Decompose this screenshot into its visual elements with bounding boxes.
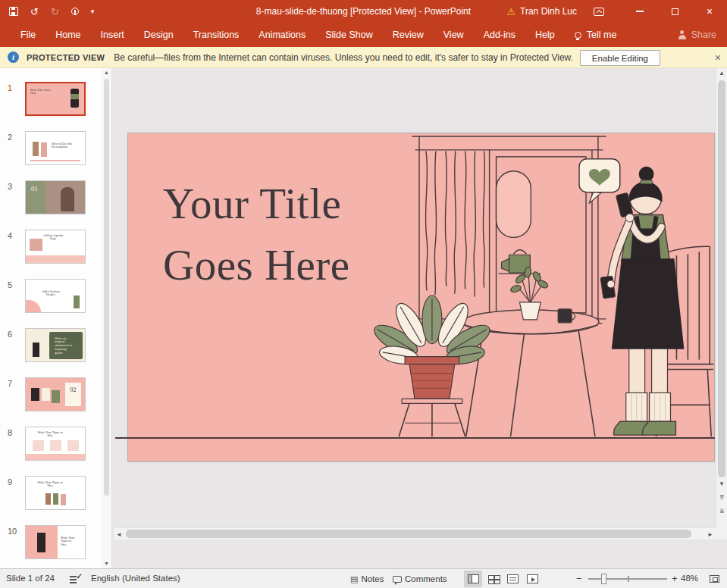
- info-icon: [8, 52, 19, 63]
- zoom-slider-thumb[interactable]: [601, 574, 606, 584]
- horizontal-scrollbar[interactable]: ◄ ►: [114, 527, 716, 540]
- thumb-caption: Write Your Topic or Idea: [61, 536, 77, 546]
- tab-transitions[interactable]: Transitions: [183, 23, 249, 47]
- thumb-caption: 01: [31, 185, 46, 192]
- tab-view[interactable]: View: [434, 23, 474, 47]
- tell-me-box[interactable]: Tell me: [565, 30, 627, 40]
- person-icon: [678, 30, 687, 39]
- powerpoint-window: ↺ ↻ ▾ 8-mau-slide-de-thuong [Protected V…: [0, 0, 727, 588]
- slide-number-4: 4: [8, 231, 12, 240]
- titlebar-right: ⚠ Tran Dinh Luc ×: [506, 0, 727, 23]
- scroll-down-icon[interactable]: ▼: [716, 480, 727, 487]
- scrollbar-thumb[interactable]: [104, 79, 109, 496]
- slide-show-icon: [527, 574, 538, 583]
- protected-view-bar: PROTECTED VIEW Be careful—files from the…: [0, 47, 727, 68]
- scroll-left-icon[interactable]: ◄: [116, 531, 122, 538]
- share-button[interactable]: Share: [678, 23, 716, 47]
- fit-to-window-icon[interactable]: [710, 575, 719, 583]
- account-name: Tran Dinh Luc: [520, 6, 577, 17]
- minimize-button[interactable]: [622, 0, 657, 23]
- thumbnail-slide-8[interactable]: Write Your Topic or Idea: [25, 427, 86, 461]
- minimize-icon: [636, 11, 644, 12]
- slide-title-textbox[interactable]: Your Title Goes Here: [163, 173, 350, 296]
- thumb-caption: Write an original statement or inspiring…: [55, 336, 74, 355]
- slide-number-3: 3: [8, 182, 12, 191]
- vertical-scrollbar[interactable]: ▲ ▼ ⇈ ⇊: [716, 68, 727, 527]
- slide-number-8: 8: [8, 428, 12, 437]
- thumb-caption: Your Title Goes Here: [30, 88, 52, 95]
- normal-view-button[interactable]: [464, 571, 482, 587]
- normal-view-icon: [468, 574, 479, 583]
- slide-sorter-view-button[interactable]: [484, 571, 502, 587]
- notes-button[interactable]: ▤ Notes: [350, 569, 384, 588]
- slide-sorter-icon: [487, 574, 499, 583]
- close-icon: ×: [707, 5, 713, 17]
- ribbon-tab-bar: File Home Insert Design Transitions Anim…: [0, 23, 727, 47]
- thumbnail-slide-5[interactable]: Add a Section Header: [25, 279, 86, 313]
- title-bar: ↺ ↻ ▾ 8-mau-slide-de-thuong [Protected V…: [0, 0, 727, 23]
- thumbnail-pane-scrollbar[interactable]: ▲ ▼: [102, 68, 112, 568]
- thumbnail-slide-2[interactable]: How to Use this Presentation: [25, 131, 86, 165]
- thumbnail-slide-9[interactable]: Write Your Topic or Idea: [25, 476, 86, 510]
- tab-slide-show[interactable]: Slide Show: [315, 23, 383, 47]
- thumb-caption: 02: [65, 383, 81, 406]
- next-slide-icon[interactable]: ⇊: [716, 508, 727, 514]
- thumb-caption: Write Your Topic or Idea: [36, 430, 64, 438]
- enable-editing-button[interactable]: Enable Editing: [580, 50, 660, 66]
- thumbnail-slide-4[interactable]: Add an Agenda Page: [25, 230, 86, 264]
- zoom-slider[interactable]: [588, 578, 667, 580]
- scroll-down-icon[interactable]: ▼: [102, 561, 111, 566]
- lightbulb-icon: [575, 32, 581, 39]
- close-button[interactable]: ×: [692, 0, 727, 23]
- thumbnail-slide-1[interactable]: Your Title Goes Here: [25, 82, 86, 116]
- account-warning-icon: ⚠: [506, 7, 515, 17]
- tab-design[interactable]: Design: [134, 23, 183, 47]
- thumbnail-slide-3[interactable]: 01: [25, 180, 86, 214]
- scroll-up-icon[interactable]: ▲: [102, 70, 111, 75]
- heart-speech-bubble-icon: [579, 159, 620, 204]
- slide-number-9: 9: [8, 477, 12, 486]
- reading-view-icon: [507, 574, 519, 583]
- slide-number-10: 10: [8, 527, 17, 536]
- thumb-caption: Write Your Topic or Idea: [36, 480, 64, 488]
- scrollbar-corner: [716, 527, 727, 540]
- scroll-right-icon[interactable]: ►: [707, 531, 713, 538]
- protected-view-message: Be careful—files from the Internet can c…: [114, 52, 573, 63]
- thumbnail-slide-10[interactable]: Write Your Topic or Idea: [25, 525, 86, 559]
- zoom-out-button[interactable]: −: [576, 573, 582, 584]
- thumb-caption: How to Use this Presentation: [52, 142, 75, 149]
- thumbnail-slide-6[interactable]: Write an original statement or inspiring…: [25, 328, 86, 362]
- thumb-caption: Add a Section Header: [38, 289, 64, 297]
- account-button[interactable]: ⚠ Tran Dinh Luc: [506, 6, 577, 17]
- tab-review[interactable]: Review: [383, 23, 434, 47]
- slide-number-6: 6: [8, 330, 12, 339]
- ribbon-display-options-icon[interactable]: [594, 8, 604, 16]
- thumbnail-slide-7[interactable]: 02: [25, 377, 86, 411]
- thumb-caption: Add an Agenda Page: [41, 233, 65, 241]
- scrollbar-thumb[interactable]: [126, 530, 691, 538]
- slide-canvas[interactable]: Your Title Goes Here: [127, 133, 715, 462]
- tab-insert[interactable]: Insert: [91, 23, 134, 47]
- slide-show-button[interactable]: [523, 571, 541, 587]
- tab-file[interactable]: File: [11, 23, 45, 47]
- zoom-slider-notch: [628, 576, 629, 582]
- reading-view-button[interactable]: [503, 571, 522, 587]
- message-bar-close-icon[interactable]: ×: [715, 51, 721, 64]
- tab-add-ins[interactable]: Add-ins: [474, 23, 525, 47]
- tab-help[interactable]: Help: [525, 23, 565, 47]
- scrollbar-thumb[interactable]: [718, 80, 725, 477]
- comments-button[interactable]: Comments: [393, 569, 447, 588]
- maximize-button[interactable]: [657, 0, 692, 23]
- zoom-level[interactable]: 48%: [681, 574, 698, 583]
- tab-home[interactable]: Home: [45, 23, 90, 47]
- scroll-up-icon[interactable]: ▲: [716, 70, 727, 77]
- language-indicator[interactable]: English (United States): [91, 574, 180, 583]
- previous-slide-icon[interactable]: ⇈: [716, 494, 727, 501]
- spell-check-icon[interactable]: [70, 574, 80, 583]
- comments-icon: [393, 576, 402, 583]
- zoom-in-button[interactable]: +: [672, 573, 678, 584]
- maximize-icon: [672, 8, 678, 15]
- slide-number-7: 7: [8, 379, 12, 388]
- tab-animations[interactable]: Animations: [249, 23, 315, 47]
- notes-icon: ▤: [350, 574, 358, 584]
